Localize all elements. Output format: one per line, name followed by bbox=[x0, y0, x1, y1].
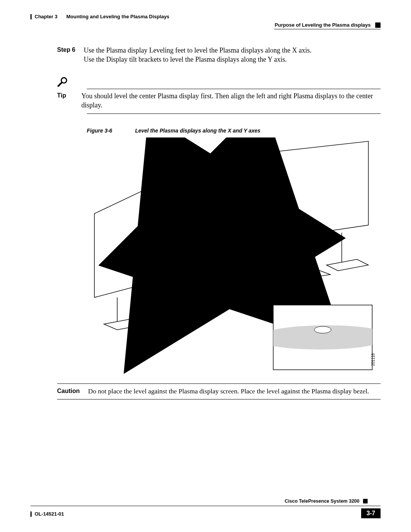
svg-rect-18 bbox=[222, 164, 230, 169]
svg-marker-6 bbox=[327, 259, 368, 271]
page-body: Step 6 Use the Plasma display Leveling f… bbox=[57, 46, 381, 399]
svg-marker-15 bbox=[104, 318, 148, 330]
footer-rule bbox=[30, 506, 381, 506]
figure-illustration: 201116 bbox=[87, 137, 376, 374]
page-number: 3-7 bbox=[366, 510, 375, 516]
footer-product-line: Cisco TelePresence System 3200 bbox=[283, 498, 369, 504]
step-line1: Use the Plasma display Leveling feet to … bbox=[84, 46, 311, 55]
running-header-left: Chapter 3 Mounting and Leveling the Plas… bbox=[30, 14, 169, 19]
tip-icon-row bbox=[57, 77, 381, 87]
page-number-box: 3-7 bbox=[361, 508, 381, 518]
step-block: Step 6 Use the Plasma display Leveling f… bbox=[57, 46, 381, 64]
svg-line-1 bbox=[58, 83, 62, 86]
document-page: Chapter 3 Mounting and Leveling the Plas… bbox=[0, 0, 411, 532]
caution-block: Caution Do not place the level against t… bbox=[57, 383, 381, 399]
footer-square-icon bbox=[363, 499, 368, 503]
tip-label: Tip bbox=[57, 91, 66, 110]
svg-marker-11 bbox=[224, 286, 266, 297]
footer-rule-mark bbox=[30, 511, 32, 517]
caution-rule-top bbox=[57, 383, 381, 384]
tip-rule-top bbox=[87, 89, 381, 89]
svg-point-22 bbox=[314, 326, 331, 333]
section-title: Purpose of Leveling the Plasma displays bbox=[275, 22, 371, 28]
figure-ref: Figure 3-6 bbox=[87, 128, 112, 134]
figure-caption: Figure 3-6 Level the Plasma displays alo… bbox=[87, 128, 381, 134]
step-text: Use the Plasma display Leveling feet to … bbox=[84, 46, 311, 64]
step-label: Step 6 bbox=[57, 46, 75, 64]
magnifier-tip-icon bbox=[57, 77, 68, 87]
running-header-right: Purpose of Leveling the Plasma displays bbox=[275, 22, 381, 28]
svg-marker-2 bbox=[266, 141, 368, 240]
tip-text: You should level the center Plasma displ… bbox=[81, 91, 381, 110]
chapter-title: Mounting and Leveling the Plasma Display… bbox=[66, 14, 169, 19]
caution-rule-bottom bbox=[57, 399, 381, 399]
caution-label: Caution bbox=[57, 387, 80, 396]
chapter-prefix: Chapter 3 bbox=[35, 14, 57, 19]
step-line2: Use the Display tilt brackets to level t… bbox=[84, 55, 311, 64]
svg-marker-10 bbox=[186, 294, 231, 306]
footer-doc-id: OL-14521-01 bbox=[35, 511, 64, 517]
footer-product: Cisco TelePresence System 3200 bbox=[285, 498, 359, 504]
footer-doc-id-block: OL-14521-01 bbox=[30, 511, 64, 517]
caution-text: Do not place the level against the Plasm… bbox=[88, 387, 369, 396]
tip-rule-bottom bbox=[87, 113, 381, 114]
svg-marker-5 bbox=[285, 269, 330, 279]
figure-callout-id: 201116 bbox=[371, 353, 375, 366]
tip-block: Tip You should level the center Plasma d… bbox=[57, 77, 381, 114]
header-underline bbox=[274, 29, 381, 29]
svg-marker-12 bbox=[94, 179, 167, 297]
header-square-icon bbox=[375, 22, 381, 28]
figure-title: Level the Plasma displays along the X an… bbox=[135, 128, 260, 134]
svg-rect-20 bbox=[171, 216, 176, 222]
header-rule-mark bbox=[30, 14, 32, 19]
